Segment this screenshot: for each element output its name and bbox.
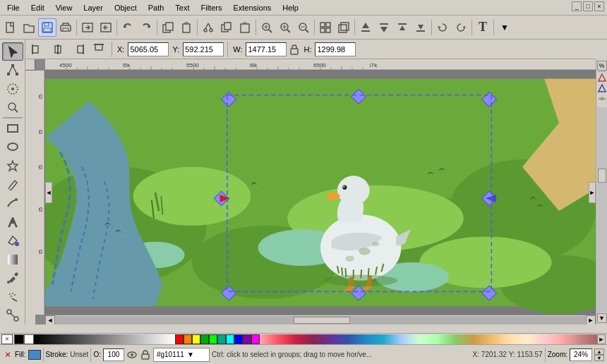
opacity-input[interactable] (103, 348, 124, 361)
color-yellow[interactable] (192, 334, 200, 344)
window-restore[interactable]: □ (583, 1, 593, 11)
redo-btn[interactable] (137, 18, 155, 37)
lock-proportion-btn[interactable] (289, 44, 300, 55)
zoom-input[interactable] (570, 348, 592, 361)
scroll-down-btn[interactable]: ▼ (597, 313, 607, 323)
window-minimize[interactable]: _ (572, 1, 582, 11)
scroll-colors-right[interactable]: ► (597, 334, 606, 344)
rotate-ccw-btn[interactable] (433, 18, 452, 37)
more-tools-btn[interactable]: ▼ (495, 18, 514, 37)
cut-btn[interactable] (199, 18, 217, 37)
snap-toggle[interactable]: % (597, 61, 607, 71)
paste-style-btn[interactable] (177, 18, 196, 37)
import-btn[interactable] (78, 18, 97, 37)
connector-tool[interactable] (2, 306, 23, 324)
no-color-swatch[interactable]: × (1, 334, 13, 344)
w-input[interactable] (246, 42, 287, 56)
color-purple[interactable] (243, 334, 251, 344)
color-lime[interactable] (209, 334, 217, 344)
node-tool[interactable] (2, 61, 23, 80)
hscroll-track[interactable] (55, 316, 586, 324)
circle-tool[interactable] (2, 138, 23, 157)
snap-align-left[interactable] (28, 40, 47, 59)
snap-bbox[interactable] (597, 83, 607, 93)
canvas-drawing-area[interactable]: ◄ ► (45, 71, 596, 315)
copy-style-btn[interactable] (159, 18, 177, 37)
export-btn[interactable] (97, 18, 115, 37)
color-black[interactable] (14, 334, 24, 344)
hscroll-right-btn[interactable]: ► (586, 315, 596, 325)
color-green[interactable] (200, 334, 209, 344)
text-tool-btn[interactable]: T (474, 18, 492, 37)
copy-btn[interactable] (217, 18, 236, 37)
object-id-dropdown[interactable]: #g10111 ▼ (153, 348, 210, 362)
zoom-in-btn[interactable] (276, 18, 294, 37)
lower-btn[interactable] (375, 18, 393, 37)
new-btn[interactable] (1, 18, 20, 37)
color-orange[interactable] (184, 334, 192, 344)
color-cyan[interactable] (226, 334, 234, 344)
calligraphy-tool[interactable] (2, 213, 23, 231)
spray-tool[interactable] (2, 288, 23, 306)
h-scrollbar[interactable]: ◄ ► (45, 315, 596, 324)
raise-btn[interactable] (356, 18, 375, 37)
pen-tool[interactable] (2, 194, 23, 212)
select-tool[interactable] (2, 42, 23, 61)
rect-tool[interactable] (2, 119, 23, 138)
snap-center-h[interactable] (49, 40, 67, 59)
menu-path[interactable]: Path (143, 2, 170, 13)
menu-help[interactable]: Help (277, 2, 304, 13)
undo-btn[interactable] (119, 18, 137, 37)
menu-text[interactable]: Text (169, 2, 195, 13)
status-x-btn[interactable]: × (3, 350, 13, 360)
color-blue[interactable] (234, 334, 243, 344)
y-input[interactable] (183, 42, 224, 56)
menu-file[interactable]: File (1, 2, 25, 13)
hscroll-thumb[interactable] (294, 317, 350, 324)
zoom-out-btn[interactable] (294, 18, 313, 37)
menu-layer[interactable]: Layer (78, 2, 109, 13)
save-btn[interactable] (38, 18, 56, 37)
x-input[interactable] (128, 42, 169, 56)
zoom-spinner-up[interactable]: ▲ ▼ (594, 348, 604, 361)
lock-icon[interactable] (140, 349, 151, 360)
menu-edit[interactable]: Edit (25, 2, 50, 13)
menu-extensions[interactable]: Extensions (227, 2, 277, 13)
v-scroll-thumb[interactable] (598, 169, 606, 183)
window-close[interactable]: × (594, 1, 604, 11)
v-scroll-track[interactable] (597, 107, 607, 313)
fill-swatch[interactable] (28, 350, 41, 360)
menu-object[interactable]: Object (109, 2, 143, 13)
snap-align-right[interactable] (69, 40, 88, 59)
visibility-icon[interactable] (126, 349, 138, 360)
zoom-spinner-down[interactable]: ▼ (594, 355, 604, 361)
zoom-tool[interactable] (2, 99, 23, 117)
ungroup-btn[interactable] (335, 18, 353, 37)
snap-node[interactable] (597, 73, 607, 83)
gradient-tool[interactable] (2, 250, 23, 269)
expand-left-panel[interactable]: ◄ (45, 182, 52, 203)
star-tool[interactable] (2, 157, 23, 175)
color-magenta[interactable] (251, 334, 260, 344)
color-teal[interactable] (217, 334, 226, 344)
hscroll-left-btn[interactable]: ◄ (45, 315, 55, 325)
open-btn[interactable] (20, 18, 38, 37)
snap-align-top[interactable] (90, 40, 108, 59)
zoom-fit-btn[interactable] (258, 18, 276, 37)
paste-btn[interactable] (236, 18, 254, 37)
bottom-btn[interactable] (411, 18, 430, 37)
h-input[interactable] (315, 42, 356, 56)
tweak-tool[interactable] (2, 80, 23, 98)
group-btn[interactable] (316, 18, 335, 37)
paint-bucket-tool[interactable] (2, 231, 23, 250)
menu-view[interactable]: View (50, 2, 78, 13)
rotate-cw-btn[interactable] (452, 18, 470, 37)
color-white[interactable] (24, 334, 34, 344)
menu-filters[interactable]: Filters (196, 2, 228, 13)
color-red[interactable] (175, 334, 184, 344)
snap-guide[interactable] (597, 94, 607, 104)
pencil-tool[interactable] (2, 176, 23, 194)
expand-right-panel[interactable]: ► (589, 182, 596, 203)
eyedropper-tool[interactable] (2, 269, 23, 287)
top-btn[interactable] (393, 18, 411, 37)
